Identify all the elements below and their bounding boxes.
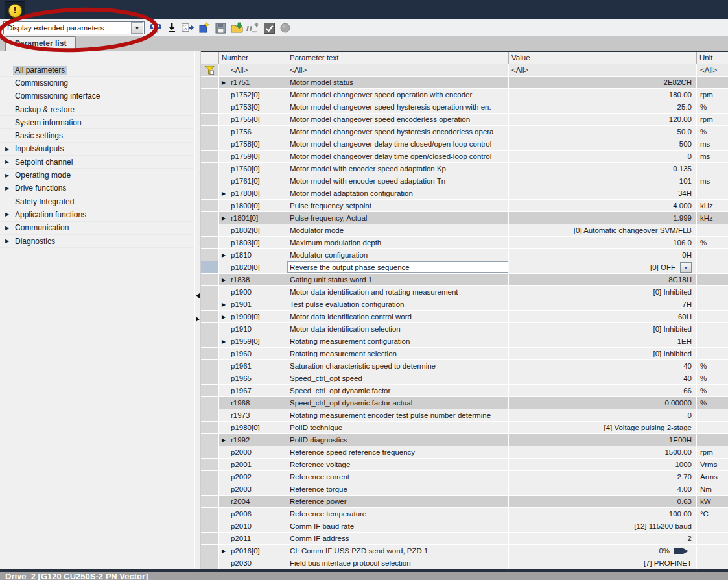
cell-number[interactable]: p1900 (219, 286, 287, 298)
row-selector[interactable] (201, 360, 219, 372)
cell-number[interactable]: r1968 (219, 397, 287, 409)
expand-arrow-icon[interactable]: ▶ (219, 191, 231, 197)
row-selector[interactable] (201, 311, 219, 322)
cell-parameter-text[interactable]: Saturation characteristic speed to deter… (287, 360, 509, 372)
expand-arrow-icon[interactable]: ▶ (219, 314, 231, 320)
cell-number[interactable]: ▶r1838 (219, 274, 287, 285)
cell-value[interactable]: 0.135 (509, 163, 697, 175)
cell-value[interactable]: 120.00 (509, 114, 697, 125)
table-row[interactable]: ▶r1992PolID diagnostics1E00H (201, 434, 728, 446)
table-row[interactable]: p1758[0]Motor model changeover delay tim… (201, 138, 728, 151)
cell-parameter-text[interactable]: Comm IF address (287, 533, 509, 544)
row-selector[interactable] (201, 114, 219, 125)
row-selector[interactable] (201, 187, 219, 199)
table-row[interactable]: ▶p1901Test pulse evaluation configuratio… (201, 298, 728, 311)
table-row[interactable]: r2004Reference power0.63kW (201, 496, 728, 508)
sidebar-item[interactable]: ▶Drive functions (0, 182, 194, 195)
cell-number[interactable]: p1800[0] (219, 200, 287, 211)
filter-parameter-text[interactable]: <All> (287, 64, 509, 76)
row-selector[interactable] (201, 372, 219, 384)
table-row[interactable]: ▶p1909[0]Motor data identification contr… (201, 311, 728, 323)
column-header-value[interactable]: Value (509, 52, 697, 64)
cell-parameter-text[interactable]: Motor data identification selection (287, 323, 509, 335)
cell-value[interactable]: 500 (509, 138, 697, 150)
table-row[interactable]: p1967Speed_ctrl_opt dynamic factor66% (201, 385, 728, 397)
cell-value[interactable]: 180.00 (509, 89, 697, 101)
cell-parameter-text[interactable]: Rotating measurement selection (287, 348, 509, 359)
filter-number[interactable]: <All> (219, 64, 287, 76)
expand-arrow-icon[interactable]: ▶ (0, 159, 13, 165)
table-row[interactable]: p1961Saturation characteristic speed to … (201, 360, 728, 372)
cell-parameter-text[interactable]: Modulator configuration (287, 249, 509, 261)
row-selector[interactable] (201, 89, 219, 101)
row-selector[interactable] (201, 77, 219, 88)
cell-value[interactable]: 100.00 (509, 508, 697, 520)
cell-parameter-text[interactable]: Reference current (287, 471, 509, 483)
cell-parameter-text[interactable]: Motor model changeover delay time open/c… (287, 151, 509, 162)
expand-arrow-icon[interactable]: ▶ (219, 252, 231, 258)
save-icon[interactable] (214, 21, 227, 34)
sidebar-item[interactable]: All parameters (0, 64, 194, 77)
cell-number[interactable]: p1820[0] (219, 261, 287, 273)
cell-parameter-text[interactable]: Motor model changeover speed operation w… (287, 89, 509, 101)
cell-value[interactable]: 1.999 (509, 212, 697, 224)
table-row[interactable]: p2006Reference temperature100.00°C (201, 508, 728, 520)
cell-parameter-text[interactable]: Speed_ctrl_opt dynamic factor actual (287, 397, 509, 409)
tab-parameter-list[interactable]: Parameter list (5, 36, 76, 51)
column-header-number[interactable]: Number (219, 52, 287, 64)
cell-parameter-text[interactable]: Motor model changeover speed encoderless… (287, 114, 509, 125)
cell-parameter-text[interactable]: Reference speed reference frequency (287, 446, 509, 458)
row-selector[interactable] (201, 520, 219, 532)
cell-value[interactable]: 0.00000 (509, 397, 697, 409)
cell-number[interactable]: ▶p1901 (219, 298, 287, 310)
row-selector[interactable] (201, 151, 219, 162)
cell-value[interactable]: 1EH (509, 335, 697, 347)
cell-value[interactable]: 0.63 (509, 496, 697, 507)
cell-number[interactable]: p1803[0] (219, 237, 287, 248)
row-selector[interactable] (201, 385, 219, 396)
cell-parameter-text[interactable]: Motor model changeover speed hysteresis … (287, 126, 509, 138)
cell-number[interactable]: p1980[0] (219, 422, 287, 433)
table-row[interactable]: r1973Rotating measurement encoder test p… (201, 409, 728, 422)
row-selector[interactable] (201, 261, 219, 273)
row-selector[interactable] (201, 274, 219, 285)
filter-icon-cell[interactable] (201, 64, 219, 76)
open-folder-icon[interactable] (230, 21, 243, 34)
table-row[interactable]: p1760[0]Motor model with encoder speed a… (201, 163, 728, 175)
cell-number[interactable]: p1967 (219, 385, 287, 396)
new-object-icon[interactable] (198, 21, 211, 34)
expand-arrow-icon[interactable]: ▶ (0, 146, 13, 152)
cell-value[interactable]: [0] Inhibited (509, 348, 697, 359)
cell-parameter-text[interactable]: Test pulse evaluation configuration (287, 298, 509, 310)
expand-arrow-icon[interactable]: ▶ (0, 225, 13, 231)
row-selector[interactable] (201, 557, 219, 569)
cell-number[interactable]: p1759[0] (219, 151, 287, 162)
sidebar-item[interactable]: Commissioning (0, 77, 194, 90)
column-header-parameter-text[interactable]: Parameter text (287, 52, 509, 64)
cell-parameter-text[interactable]: Speed_ctrl_opt speed (287, 372, 509, 384)
table-row[interactable]: ▶p1780[0]Motor model adaptation configur… (201, 187, 728, 200)
table-row[interactable]: p1980[0]PolID technique[4] Voltage pulsi… (201, 422, 728, 434)
table-row[interactable]: ▶p1959[0]Rotating measurement configurat… (201, 335, 728, 348)
cell-value[interactable]: 25.0 (509, 101, 697, 113)
row-selector[interactable] (201, 434, 219, 446)
cell-value[interactable]: 106.0 (509, 237, 697, 248)
cell-parameter-text[interactable]: Reference voltage (287, 459, 509, 470)
table-row[interactable]: p1759[0]Motor model changeover delay tim… (201, 151, 728, 163)
accept-icon[interactable] (263, 21, 276, 34)
cell-value[interactable]: 40 (509, 360, 697, 372)
sidebar-item[interactable]: Backup & restore (0, 103, 194, 116)
cell-value[interactable]: 4.000 (509, 200, 697, 211)
cell-number[interactable]: r2004 (219, 496, 287, 507)
row-selector[interactable] (201, 298, 219, 310)
cell-parameter-text[interactable]: Speed_ctrl_opt dynamic factor (287, 385, 509, 396)
cell-number[interactable]: p2001 (219, 459, 287, 470)
cell-number[interactable]: p2010 (219, 520, 287, 532)
row-selector[interactable] (201, 471, 219, 483)
cell-parameter-text[interactable]: Motor data identification control word (287, 311, 509, 322)
cell-number[interactable]: p1961 (219, 360, 287, 372)
cell-number[interactable]: p1758[0] (219, 138, 287, 150)
cell-number[interactable]: p2000 (219, 446, 287, 458)
cell-value[interactable]: 34H (509, 187, 697, 199)
row-selector[interactable] (201, 483, 219, 495)
